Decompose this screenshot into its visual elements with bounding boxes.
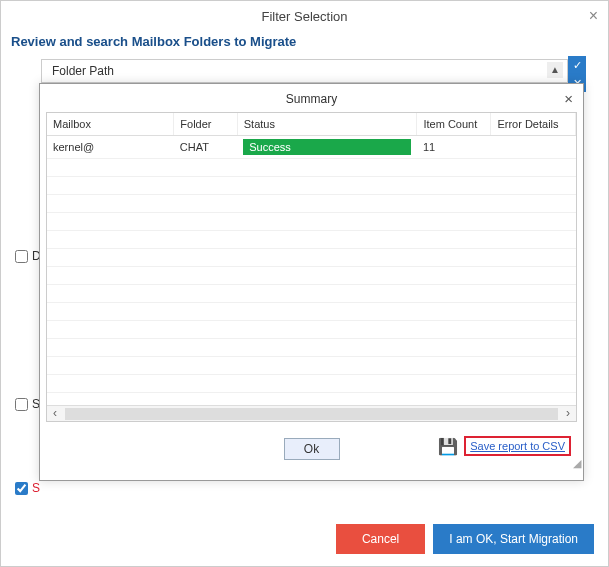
summary-table: Mailbox Folder Status Item Count Error D… [47,113,576,411]
table-row [47,320,576,338]
folder-path-label: Folder Path [52,64,114,78]
col-error-details[interactable]: Error Details [491,113,576,135]
cell-folder: CHAT [174,135,237,158]
summary-footer: Ok 💾 Save report to CSV ◢ [40,422,583,472]
table-row[interactable]: kernel@CHATSuccess11 [47,135,576,158]
scroll-left-icon[interactable]: ‹ [47,406,63,422]
option-checkbox-d[interactable]: D [15,249,41,263]
table-row [47,248,576,266]
save-report-link[interactable]: Save report to CSV [464,436,571,456]
ok-button[interactable]: Ok [284,438,340,460]
table-row [47,356,576,374]
horizontal-scrollbar[interactable]: ‹ › [47,405,576,421]
col-item-count[interactable]: Item Count [417,113,491,135]
table-row [47,266,576,284]
table-row [47,284,576,302]
table-row [47,212,576,230]
cell-status: Success [237,135,417,158]
summary-close-icon[interactable]: × [564,90,573,107]
resize-grip-icon[interactable]: ◢ [573,457,581,470]
folder-path-header[interactable]: Folder Path ▲ [41,59,568,83]
filter-selection-window: Filter Selection × Review and search Mai… [0,0,609,567]
table-row [47,338,576,356]
filter-close-icon[interactable]: × [589,7,598,25]
table-row [47,374,576,392]
review-heading: Review and search Mailbox Folders to Mig… [1,28,608,55]
collapse-arrow-icon[interactable]: ▲ [547,62,563,78]
col-folder[interactable]: Folder [174,113,237,135]
table-row [47,194,576,212]
cell-item-count: 11 [417,135,491,158]
cancel-button[interactable]: Cancel [336,524,425,554]
filter-window-title: Filter Selection [1,1,608,28]
option-checkbox-s2[interactable]: S [15,481,40,495]
scroll-right-icon[interactable]: › [560,406,576,422]
option-checkbox-s[interactable]: S [15,397,40,411]
table-row [47,302,576,320]
summary-table-container: Mailbox Folder Status Item Count Error D… [46,112,577,422]
filter-footer: Cancel I am OK, Start Migration [336,524,594,554]
scroll-track[interactable] [65,408,558,420]
table-row [47,176,576,194]
summary-dialog: Summary × Mailbox Folder Status Item Cou… [39,83,584,481]
summary-title: Summary [40,84,583,112]
table-row [47,158,576,176]
table-row [47,230,576,248]
check-icon[interactable]: ✓ [573,59,582,72]
save-disk-icon[interactable]: 💾 [438,437,458,456]
cell-mailbox: kernel@ [47,135,174,158]
col-mailbox[interactable]: Mailbox [47,113,174,135]
start-migration-button[interactable]: I am OK, Start Migration [433,524,594,554]
col-status[interactable]: Status [237,113,417,135]
cell-error-details [491,135,576,158]
